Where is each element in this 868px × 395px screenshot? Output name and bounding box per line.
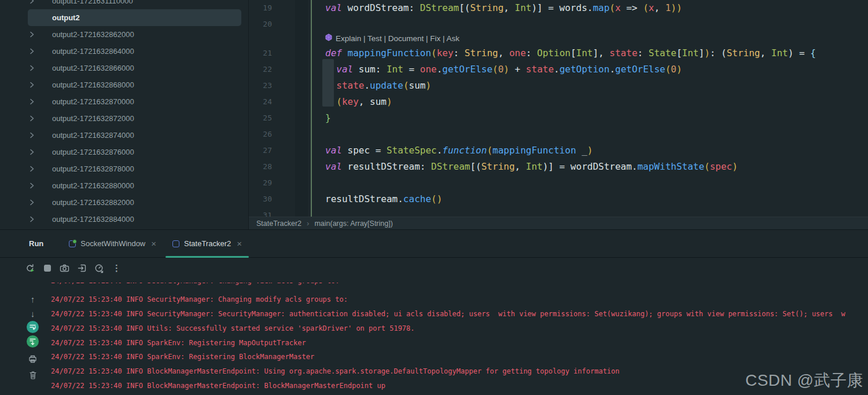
more-options-icon[interactable]: ⋮ xyxy=(112,264,122,273)
tree-item[interactable]: output2-1721632878000 xyxy=(28,160,248,177)
folder-icon xyxy=(39,199,49,207)
code-line[interactable]: 28val resultDStream: DStream[(String, In… xyxy=(249,159,868,175)
code-line[interactable]: 31 xyxy=(249,207,868,217)
breadcrumb-member[interactable]: main(args: Array[String]) xyxy=(314,220,392,228)
line-number[interactable]: 19 xyxy=(249,0,272,16)
tree-item[interactable]: output2-1721632876000 xyxy=(28,144,248,160)
chevron-right-icon[interactable] xyxy=(28,165,35,173)
chevron-right-icon[interactable] xyxy=(28,31,35,38)
stop-icon[interactable] xyxy=(42,264,52,273)
breadcrumb: StateTracker2 › main(args: Array[String]… xyxy=(249,217,868,229)
clear-console-icon[interactable] xyxy=(27,369,39,381)
code-line[interactable]: 22 val sum: Int = one.getOrElse(0) + sta… xyxy=(249,61,868,78)
code-line[interactable]: 27val spec = StateSpec.function(mappingF… xyxy=(249,142,868,159)
code-line[interactable]: 25} xyxy=(249,110,868,126)
chevron-right-icon[interactable] xyxy=(28,0,35,5)
tree-item-label: output2-1721632868000 xyxy=(52,81,134,89)
jump-to-source-icon[interactable] xyxy=(77,264,87,273)
code-editor[interactable]: 19val wordDStream: DStream[(String, Int)… xyxy=(249,0,868,217)
console-log-line: 24/07/22 15:23:40 INFO SparkEnv: Registe… xyxy=(51,352,314,361)
code-text: } xyxy=(325,110,331,126)
line-number[interactable]: 28 xyxy=(249,159,272,175)
run-process-icon xyxy=(69,240,76,247)
line-number[interactable]: 25 xyxy=(249,110,272,126)
chevron-right-icon[interactable] xyxy=(28,81,35,89)
code-line[interactable]: 23 state.update(sum) xyxy=(249,78,868,94)
breadcrumb-file[interactable]: StateTracker2 xyxy=(256,220,301,228)
tree-item-label: output2-1721632866000 xyxy=(52,64,134,72)
tree-item-label: output2-1721632878000 xyxy=(52,164,134,173)
print-icon[interactable] xyxy=(27,353,39,365)
chevron-right-icon[interactable] xyxy=(28,64,35,72)
code-text: resultDStream.cache() xyxy=(325,191,442,207)
close-tab-icon[interactable]: × xyxy=(237,239,242,248)
chevron-right-icon[interactable] xyxy=(28,131,35,139)
close-tab-icon[interactable]: × xyxy=(151,239,156,248)
folder-icon xyxy=(39,215,49,224)
chevron-right-icon[interactable] xyxy=(28,47,35,55)
line-number[interactable]: 30 xyxy=(249,191,272,207)
console-output[interactable]: ↑ ↓ 24/07/22 15:23:40 INFO SecurityManag… xyxy=(0,283,868,395)
chevron-right-icon[interactable] xyxy=(28,199,35,206)
run-tab-statetracker2[interactable]: StateTracker2 × xyxy=(164,230,250,257)
run-tab-label: StateTracker2 xyxy=(184,239,231,248)
line-number[interactable]: 22 xyxy=(249,61,272,78)
tree-item[interactable]: output2-1721632862000 xyxy=(28,26,248,43)
run-tab-socketwithwindow[interactable]: SocketWithWindow × xyxy=(61,230,164,257)
code-line[interactable]: 29 xyxy=(249,175,868,191)
chevron-right-icon xyxy=(28,14,35,21)
folder-icon xyxy=(39,31,49,39)
console-log-line: 24/07/22 15:23:40 INFO SecurityManager: … xyxy=(51,283,340,286)
tree-item[interactable]: output1-1721631110000 xyxy=(28,0,248,9)
tree-item[interactable]: output2-1721632868000 xyxy=(28,76,248,93)
folder-icon xyxy=(39,165,49,173)
tree-item[interactable]: output2-1721632872000 xyxy=(28,110,248,127)
soft-wrap-icon[interactable] xyxy=(27,321,39,333)
folder-icon xyxy=(39,47,49,56)
tree-item[interactable]: output2 xyxy=(28,9,241,26)
chevron-right-icon[interactable] xyxy=(28,98,35,105)
line-number[interactable]: 23 xyxy=(249,78,272,94)
run-tab-label: SocketWithWindow xyxy=(80,239,145,248)
code-line[interactable]: 24 (key, sum) xyxy=(249,94,868,110)
ai-inlay-hint[interactable]: Explain | Test | Document | Fix | Ask xyxy=(249,32,868,45)
tree-item[interactable]: output2-1721632866000 xyxy=(28,60,248,76)
console-log-line: 24/07/22 15:23:40 INFO SparkEnv: Registe… xyxy=(51,338,306,348)
line-number[interactable]: 27 xyxy=(249,142,272,159)
scroll-up-icon[interactable]: ↑ xyxy=(27,293,39,305)
code-line[interactable]: 19val wordDStream: DStream[(String, Int)… xyxy=(249,0,868,16)
scroll-down-icon[interactable]: ↓ xyxy=(27,308,39,320)
code-text: val sum: Int = one.getOrElse(0) + state.… xyxy=(325,61,682,78)
tree-item[interactable]: output2-1721632880000 xyxy=(28,177,248,194)
chevron-right-icon[interactable] xyxy=(28,215,35,223)
tree-item[interactable]: output2-1721632884000 xyxy=(28,211,248,228)
tree-item[interactable]: output2-1721632874000 xyxy=(28,127,248,144)
line-number[interactable]: 21 xyxy=(249,45,272,61)
code-text: val wordDStream: DStream[(String, Int)] … xyxy=(325,0,682,16)
folder-icon xyxy=(39,131,49,140)
chevron-right-icon[interactable] xyxy=(28,115,35,122)
chevron-right-icon[interactable] xyxy=(28,182,35,189)
code-line[interactable]: 30resultDStream.cache() xyxy=(249,191,868,207)
ai-inlay-actions[interactable]: Explain | Test | Document | Fix | Ask xyxy=(336,32,459,45)
tree-item[interactable]: output2-1721632864000 xyxy=(28,43,248,60)
line-number[interactable]: 31 xyxy=(249,207,272,217)
line-number[interactable]: 29 xyxy=(249,175,272,191)
line-number[interactable]: 20 xyxy=(249,16,272,32)
code-line[interactable]: 26 xyxy=(249,126,868,142)
thread-dump-icon[interactable] xyxy=(60,264,69,273)
code-text: val spec = StateSpec.function(mappingFun… xyxy=(325,142,593,159)
code-line[interactable]: 20 xyxy=(249,16,868,32)
scroll-to-end-icon[interactable] xyxy=(27,335,39,348)
console-log-line: 24/07/22 15:23:40 INFO Utils: Successful… xyxy=(51,324,415,333)
tree-item[interactable]: output2-1721632870000 xyxy=(28,93,248,110)
tree-item[interactable]: output2-1721632882000 xyxy=(28,194,248,211)
tree-item-label: output2-1721632882000 xyxy=(52,198,134,207)
line-number[interactable]: 24 xyxy=(249,94,272,110)
profiler-icon[interactable] xyxy=(94,264,104,273)
rerun-icon[interactable] xyxy=(25,264,35,273)
chevron-right-icon[interactable] xyxy=(28,148,35,156)
ai-assistant-icon xyxy=(325,32,332,45)
line-number[interactable]: 26 xyxy=(249,126,272,142)
code-line[interactable]: 21def mappingFunction(key: String, one: … xyxy=(249,45,868,61)
